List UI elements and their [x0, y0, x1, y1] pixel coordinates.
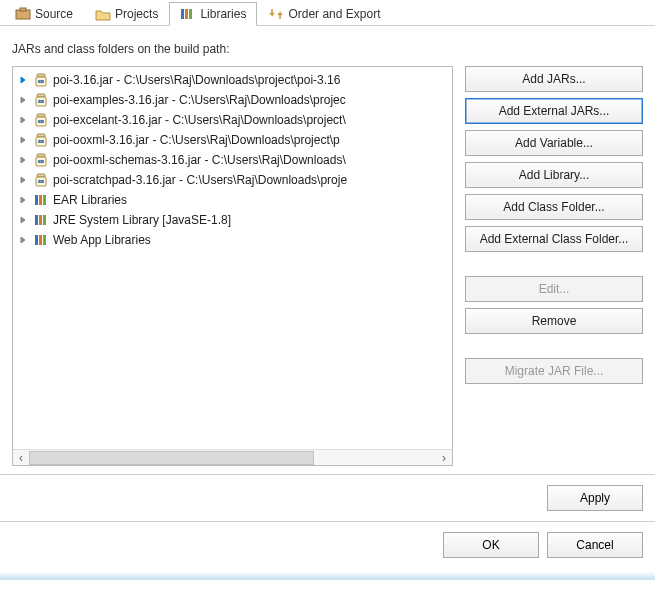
footer-gradient	[0, 572, 655, 580]
library-icon	[33, 232, 49, 248]
expand-arrow-icon[interactable]	[17, 214, 29, 226]
instruction-text: JARs and class folders on the build path…	[12, 42, 643, 56]
tree-item-label: EAR Libraries	[53, 193, 127, 207]
build-path-tree[interactable]: 010poi-3.16.jar - C:\Users\Raj\Downloads…	[12, 66, 453, 466]
svg-text:010: 010	[38, 100, 43, 104]
expand-arrow-icon[interactable]	[17, 74, 29, 86]
tree-item[interactable]: Web App Libraries	[13, 230, 452, 250]
svg-rect-29	[35, 195, 38, 205]
tree-item[interactable]: 010poi-scratchpad-3.16.jar - C:\Users\Ra…	[13, 170, 452, 190]
tab-libraries[interactable]: Libraries	[169, 2, 257, 26]
tree-item-label: poi-ooxml-schemas-3.16.jar - C:\Users\Ra…	[53, 153, 346, 167]
tree-item[interactable]: 010poi-ooxml-3.16.jar - C:\Users\Raj\Dow…	[13, 130, 452, 150]
tree-item-label: poi-examples-3.16.jar - C:\Users\Raj\Dow…	[53, 93, 346, 107]
tree-item[interactable]: JRE System Library [JavaSE-1.8]	[13, 210, 452, 230]
ok-button[interactable]: OK	[443, 532, 539, 558]
svg-rect-37	[43, 235, 46, 245]
tab-content: JARs and class folders on the build path…	[0, 26, 655, 474]
add-external-jars-button[interactable]: Add External JARs...	[465, 98, 643, 124]
svg-rect-2	[181, 9, 184, 19]
add-external-class-folder-button[interactable]: Add External Class Folder...	[465, 226, 643, 252]
add-library-button[interactable]: Add Library...	[465, 162, 643, 188]
expand-arrow-icon[interactable]	[17, 234, 29, 246]
svg-rect-36	[39, 235, 42, 245]
tree-item-label: JRE System Library [JavaSE-1.8]	[53, 213, 231, 227]
tab-projects[interactable]: Projects	[84, 2, 169, 25]
svg-rect-33	[39, 215, 42, 225]
tab-label: Order and Export	[288, 7, 380, 21]
expand-arrow-icon[interactable]	[17, 134, 29, 146]
tree-item[interactable]: EAR Libraries	[13, 190, 452, 210]
svg-text:010: 010	[38, 180, 43, 184]
tree-item[interactable]: 010poi-ooxml-schemas-3.16.jar - C:\Users…	[13, 150, 452, 170]
tree-item-label: poi-ooxml-3.16.jar - C:\Users\Raj\Downlo…	[53, 133, 340, 147]
tab-label: Source	[35, 7, 73, 21]
svg-rect-32	[35, 215, 38, 225]
add-jars-button[interactable]: Add JARs...	[465, 66, 643, 92]
add-class-folder-button[interactable]: Add Class Folder...	[465, 194, 643, 220]
tree-item-label: poi-excelant-3.16.jar - C:\Users\Raj\Dow…	[53, 113, 346, 127]
svg-text:010: 010	[38, 80, 43, 84]
folder-icon	[95, 7, 111, 21]
tree-item[interactable]: 010poi-examples-3.16.jar - C:\Users\Raj\…	[13, 90, 452, 110]
scroll-right-icon[interactable]: ›	[436, 450, 452, 466]
tree-item-label: poi-3.16.jar - C:\Users\Raj\Downloads\pr…	[53, 73, 340, 87]
library-icon	[33, 192, 49, 208]
cancel-button[interactable]: Cancel	[547, 532, 643, 558]
side-button-column: Add JARs...Add External JARs...Add Varia…	[465, 66, 643, 466]
svg-rect-31	[43, 195, 46, 205]
svg-text:010: 010	[38, 140, 43, 144]
scroll-thumb[interactable]	[29, 451, 314, 465]
expand-arrow-icon[interactable]	[17, 114, 29, 126]
svg-rect-35	[35, 235, 38, 245]
apply-button[interactable]: Apply	[547, 485, 643, 511]
svg-text:010: 010	[38, 160, 43, 164]
svg-rect-1	[20, 8, 26, 11]
package-icon	[15, 7, 31, 21]
svg-rect-3	[185, 9, 188, 19]
tab-source[interactable]: Source	[4, 2, 84, 25]
dialog-button-bar: OK Cancel	[0, 521, 655, 572]
tree-item[interactable]: 010poi-excelant-3.16.jar - C:\Users\Raj\…	[13, 110, 452, 130]
scroll-left-icon[interactable]: ‹	[13, 450, 29, 466]
apply-bar: Apply	[0, 474, 655, 521]
order-export-icon	[268, 7, 284, 21]
tree-item-label: poi-scratchpad-3.16.jar - C:\Users\Raj\D…	[53, 173, 347, 187]
tab-bar: Source Projects Libraries Order and Expo…	[0, 0, 655, 26]
expand-arrow-icon[interactable]	[17, 174, 29, 186]
horizontal-scrollbar[interactable]: ‹ ›	[13, 449, 452, 465]
jar-icon: 010	[33, 72, 49, 88]
svg-rect-34	[43, 215, 46, 225]
add-variable-button[interactable]: Add Variable...	[465, 130, 643, 156]
tree-item-label: Web App Libraries	[53, 233, 151, 247]
expand-arrow-icon[interactable]	[17, 194, 29, 206]
svg-rect-30	[39, 195, 42, 205]
jar-icon: 010	[33, 92, 49, 108]
tab-label: Libraries	[200, 7, 246, 21]
edit-button: Edit...	[465, 276, 643, 302]
tab-label: Projects	[115, 7, 158, 21]
remove-button[interactable]: Remove	[465, 308, 643, 334]
svg-rect-4	[189, 9, 192, 19]
svg-text:010: 010	[38, 120, 43, 124]
library-icon	[33, 212, 49, 228]
migrate-jar-file-button: Migrate JAR File...	[465, 358, 643, 384]
tree-item[interactable]: 010poi-3.16.jar - C:\Users\Raj\Downloads…	[13, 70, 452, 90]
jar-icon: 010	[33, 152, 49, 168]
jar-icon: 010	[33, 132, 49, 148]
expand-arrow-icon[interactable]	[17, 154, 29, 166]
expand-arrow-icon[interactable]	[17, 94, 29, 106]
tab-order-export[interactable]: Order and Export	[257, 2, 391, 25]
library-icon	[180, 7, 196, 21]
jar-icon: 010	[33, 112, 49, 128]
jar-icon: 010	[33, 172, 49, 188]
